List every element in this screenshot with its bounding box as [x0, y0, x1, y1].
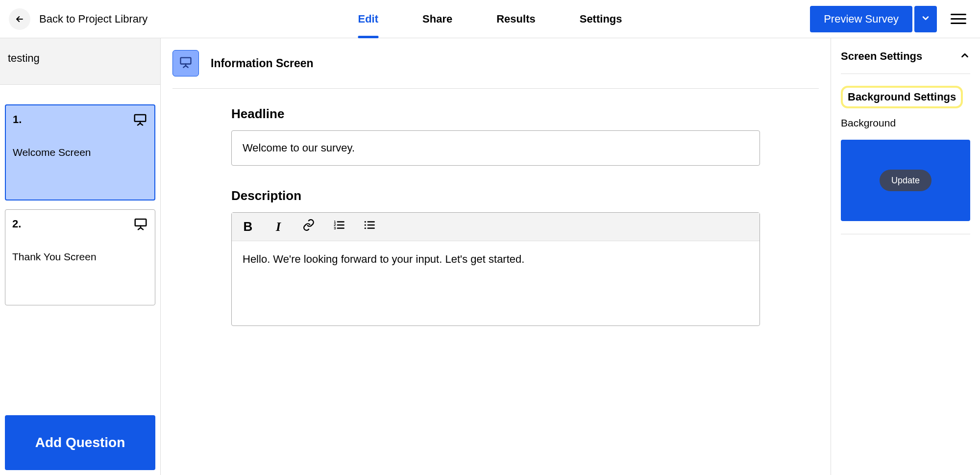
back-to-library[interactable]: Back to Project Library	[0, 8, 147, 30]
screen-type-label: Information Screen	[211, 57, 314, 70]
bullet-list-button[interactable]	[362, 220, 377, 234]
presentation-icon	[133, 112, 147, 129]
background-preview[interactable]: Update	[841, 140, 970, 221]
svg-text:3: 3	[334, 226, 336, 230]
link-button[interactable]	[301, 220, 316, 234]
editor-body: Headline Description B I 123	[172, 89, 819, 326]
svg-line-7	[141, 228, 143, 230]
preview-survey-button[interactable]: Preview Survey	[810, 6, 912, 32]
rich-text-toolbar: B I 123	[232, 213, 760, 241]
chevron-up-icon	[959, 50, 970, 63]
topbar-right: Preview Survey	[810, 6, 980, 32]
svg-rect-0	[135, 115, 146, 122]
settings-header[interactable]: Screen Settings	[841, 50, 970, 74]
chevron-down-icon	[921, 13, 931, 25]
bullet-list-icon	[363, 219, 376, 235]
settings-panel: Screen Settings Background Settings Back…	[831, 38, 980, 475]
svg-line-3	[140, 124, 143, 125]
hamburger-icon	[951, 14, 966, 15]
tab-share[interactable]: Share	[422, 4, 452, 34]
screen-number: 2.	[12, 218, 148, 230]
background-settings-label: Background Settings	[841, 86, 963, 108]
bold-button[interactable]: B	[241, 220, 255, 234]
svg-line-11	[186, 66, 188, 68]
left-panel: testing 1. Welcome Screen 2. Thank You S…	[0, 38, 161, 475]
screen-title: Welcome Screen	[13, 147, 147, 158]
editor-panel: Information Screen Headline Description …	[161, 38, 831, 475]
presentation-icon	[133, 217, 148, 233]
editor-header: Information Screen	[172, 50, 819, 89]
preview-survey-group: Preview Survey	[810, 6, 937, 32]
preview-survey-dropdown[interactable]	[914, 6, 937, 32]
svg-point-23	[365, 227, 366, 229]
description-textarea[interactable]: Hello. We're looking forward to your inp…	[232, 241, 760, 325]
back-arrow-icon	[9, 8, 30, 30]
divider	[841, 234, 970, 234]
screen-card-welcome[interactable]: 1. Welcome Screen	[5, 104, 155, 200]
description-editor: B I 123	[231, 212, 760, 326]
background-label: Background	[841, 117, 970, 129]
tab-edit[interactable]: Edit	[358, 4, 379, 34]
italic-button[interactable]: I	[271, 220, 286, 234]
main-area: testing 1. Welcome Screen 2. Thank You S…	[0, 38, 980, 475]
svg-rect-8	[181, 58, 191, 64]
screen-card-thankyou[interactable]: 2. Thank You Screen	[5, 209, 155, 305]
svg-point-22	[365, 224, 366, 225]
headline-input[interactable]	[231, 130, 760, 166]
ordered-list-button[interactable]: 123	[332, 220, 346, 234]
svg-rect-4	[135, 219, 147, 226]
add-question-button[interactable]: Add Question	[5, 415, 155, 470]
menu-button[interactable]	[949, 12, 968, 26]
settings-title: Screen Settings	[841, 50, 922, 63]
top-bar: Back to Project Library Edit Share Resul…	[0, 0, 980, 38]
tab-results[interactable]: Results	[496, 4, 535, 34]
tab-settings[interactable]: Settings	[580, 4, 622, 34]
screen-list: 1. Welcome Screen 2. Thank You Screen	[0, 85, 160, 410]
screen-type-icon-box	[172, 50, 199, 76]
back-label: Back to Project Library	[39, 13, 147, 25]
ordered-list-icon: 123	[333, 219, 345, 235]
project-name: testing	[0, 38, 160, 85]
link-icon	[302, 219, 315, 235]
main-tabs: Edit Share Results Settings	[358, 0, 622, 38]
screen-title: Thank You Screen	[12, 251, 148, 263]
headline-label: Headline	[231, 106, 760, 122]
update-background-button[interactable]: Update	[880, 170, 931, 191]
description-label: Description	[231, 188, 760, 203]
presentation-icon	[179, 55, 193, 71]
svg-point-21	[365, 221, 366, 223]
screen-number: 1.	[13, 113, 147, 126]
